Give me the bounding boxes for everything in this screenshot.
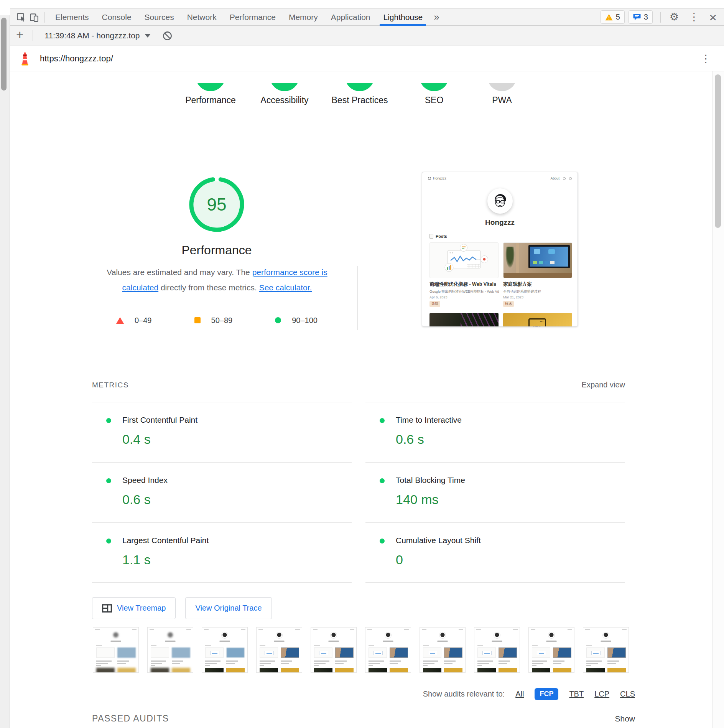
warnings-count: 5 [616, 13, 620, 21]
tab-performance[interactable]: Performance [223, 9, 282, 25]
filmstrip-frame[interactable] [420, 627, 466, 673]
filmstrip-frame[interactable] [365, 627, 411, 673]
more-tabs-icon[interactable]: » [429, 11, 444, 23]
post-date: Mar 21, 2023 [503, 295, 573, 299]
pass-dot-icon [380, 418, 385, 423]
final-screenshot-thumbnail[interactable]: Hongzzz About Hongzzz [422, 172, 578, 327]
performance-score-value: 95 [188, 176, 245, 233]
post-title: 前端性能优化指标 - Web Vitals [429, 281, 499, 288]
metrics-grid: First Contentful Paint 0.4 s Time to Int… [92, 402, 625, 583]
description-text: Values are estimated and may vary. The [107, 268, 252, 277]
tab-network[interactable]: Network [181, 9, 223, 25]
settings-gear-icon[interactable]: ⚙ [665, 12, 684, 22]
report-selector[interactable]: 11:39:48 AM - hongzzz.top [44, 31, 140, 40]
profile-name: Hongzzz [422, 218, 578, 227]
passed-audits-show-toggle[interactable]: Show [615, 714, 635, 723]
filmstrip-frame[interactable] [528, 627, 574, 673]
category-best-practices[interactable]: Best Practices [331, 83, 388, 106]
inspect-element-icon[interactable] [15, 11, 28, 24]
left-scrollbar-track[interactable] [0, 15, 10, 728]
pass-dot-icon [380, 539, 385, 544]
filter-cls[interactable]: CLS [620, 690, 635, 698]
devtools-menu-kebab-icon[interactable]: ⋮ [684, 12, 704, 22]
score-legend: 0–49 50–89 90–100 [116, 315, 318, 325]
post-title: 家庭观影方案 [503, 281, 573, 288]
report-scrollbar-thumb[interactable] [715, 74, 721, 228]
tab-sources[interactable]: Sources [138, 9, 181, 25]
browser-window-icon: ••• HTML [528, 318, 546, 327]
passed-audits-heading: PASSED AUDITS [92, 713, 169, 724]
metrics-heading: METRICS [92, 381, 129, 389]
left-scrollbar-thumb[interactable] [1, 18, 7, 91]
report-scrollbar-track[interactable] [712, 71, 724, 728]
score-description: Values are estimated and may vary. The p… [94, 265, 340, 295]
lighthouse-session-bar: + 11:39:48 AM - hongzzz.top [10, 26, 724, 46]
post-subtitle: Google 推出的标准化WEB性能指标 - Web Vitals 介绍 [429, 289, 499, 294]
audit-filter-bar: Show audits relevant to: All FCP TBT LCP… [423, 688, 635, 700]
filter-all[interactable]: All [515, 690, 524, 698]
category-accessibility[interactable]: Accessibility [248, 83, 321, 106]
metric-time-to-interactive: Time to Interactive 0.6 s [365, 402, 625, 462]
expand-view-toggle[interactable]: Expand view [582, 380, 625, 389]
report-url-bar: https://hongzzz.top/ ⋮ [10, 46, 724, 71]
filmstrip-frame[interactable] [311, 627, 357, 673]
filmstrip-frame[interactable] [147, 627, 193, 673]
legend-pass: 90–100 [275, 316, 318, 325]
filmstrip-frame[interactable] [256, 627, 302, 673]
session-divider [33, 30, 33, 41]
document-icon [429, 234, 433, 239]
performance-score-gauge[interactable]: 95 [188, 176, 245, 233]
category-performance[interactable]: Performance [174, 83, 247, 106]
orange-square-icon [194, 317, 201, 323]
filter-lcp[interactable]: LCP [594, 690, 609, 698]
profile-avatar [487, 188, 513, 214]
green-circle-icon [275, 317, 281, 323]
tab-lighthouse[interactable]: Lighthouse [377, 9, 429, 25]
category-seo[interactable]: SEO [398, 83, 471, 106]
filmstrip-frame[interactable] [474, 627, 520, 673]
filter-fcp-active[interactable]: FCP [535, 688, 558, 700]
filmstrip-frame[interactable] [202, 627, 248, 673]
device-toolbar-icon[interactable] [28, 11, 41, 24]
new-report-button[interactable]: + [16, 28, 23, 42]
tab-memory[interactable]: Memory [282, 9, 324, 25]
metric-first-contentful-paint: First Contentful Paint 0.4 s [92, 402, 352, 462]
panel-tabs: Elements Console Sources Network Perform… [49, 9, 444, 25]
search-icon [569, 177, 572, 180]
chat-icon [633, 13, 641, 21]
theme-toggle-icon [563, 177, 566, 180]
post-date: Apr 6, 2023 [429, 295, 499, 299]
post-thumbnail-tv [503, 242, 572, 278]
tab-application[interactable]: Application [324, 9, 377, 25]
post-thumbnail-webvitals [429, 242, 499, 278]
metric-largest-contentful-paint: Largest Contentful Paint 1.1 s [92, 522, 352, 583]
red-triangle-icon [116, 317, 124, 324]
filter-tbt[interactable]: TBT [569, 690, 584, 698]
devtools-toolbar: Elements Console Sources Network Perform… [10, 8, 724, 26]
legend-average: 50–89 [194, 316, 233, 325]
gauge-arc-best-practices [345, 83, 374, 91]
view-treemap-button[interactable]: View Treemap [92, 597, 176, 619]
messages-badge[interactable]: 3 [629, 10, 653, 24]
metric-total-blocking-time: Total Blocking Time 140 ms [365, 462, 625, 522]
treemap-icon [102, 604, 112, 613]
report-options-kebab-icon[interactable]: ⋮ [701, 53, 711, 65]
see-calculator-link[interactable]: See calculator. [259, 283, 312, 292]
tab-elements[interactable]: Elements [49, 9, 95, 25]
close-devtools-icon[interactable]: × [704, 11, 722, 24]
filmstrip-frame[interactable] [93, 627, 139, 673]
view-original-trace-button[interactable]: View Original Trace [185, 597, 272, 619]
warnings-badge[interactable]: 5 [601, 10, 625, 24]
post-tag: 前端 [429, 301, 440, 307]
site-name: Hongzzz [433, 176, 446, 180]
clear-reports-icon[interactable] [162, 31, 173, 41]
devtools-window: Elements Console Sources Network Perform… [0, 0, 724, 728]
category-pwa[interactable]: PWA [466, 83, 538, 106]
lighthouse-report: Performance Accessibility Best Practices… [10, 71, 712, 728]
chevron-down-icon[interactable] [145, 34, 151, 38]
metric-cumulative-layout-shift: Cumulative Layout Shift 0 [365, 522, 625, 583]
audit-filter-label: Show audits relevant to: [423, 690, 505, 698]
filmstrip-frame[interactable] [583, 627, 629, 673]
tab-console[interactable]: Console [95, 9, 138, 25]
post-thumbnail-html: ••• HTML [503, 313, 572, 327]
